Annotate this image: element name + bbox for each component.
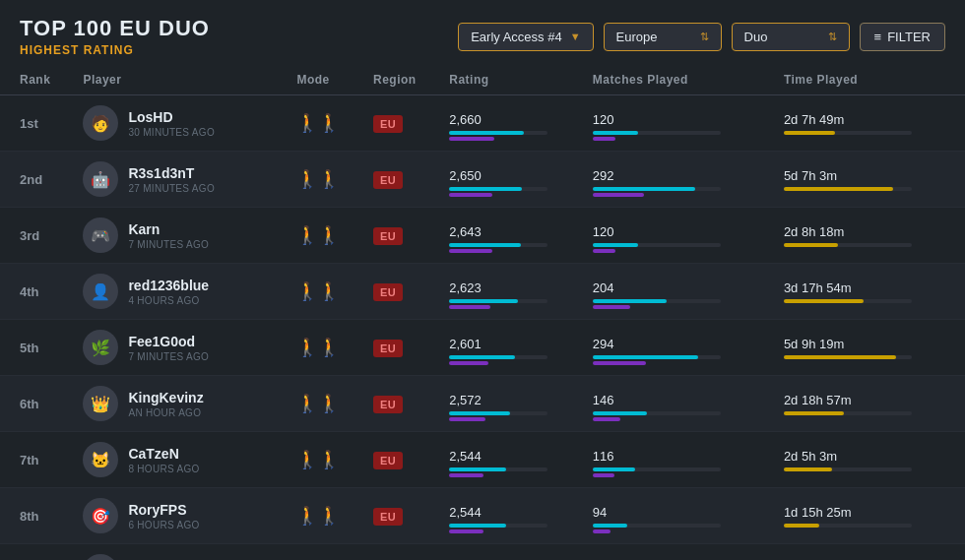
time-cell: 2d 7h 49m	[784, 112, 955, 135]
matches-cell: 292	[593, 168, 764, 191]
filter-button-label: FILTER	[887, 30, 931, 44]
cell-rating: 2,514	[439, 544, 583, 561]
cell-matches: 212	[583, 544, 774, 561]
cell-rating: 2,623	[439, 264, 583, 320]
rating-bar-cyan	[449, 131, 524, 135]
region-badge: EU	[373, 227, 403, 245]
table-row: 2nd 🤖 R3s1d3nT 27 MINUTES AGO 🚶🚶EU 2,650…	[0, 152, 965, 208]
duo-mode-icon: 🚶🚶	[296, 113, 340, 133]
player-cell: 🧑 LosHD 30 MINUTES AGO	[83, 105, 277, 141]
cell-rank: 6th	[0, 376, 73, 432]
duo-mode-icon: 🚶🚶	[296, 506, 340, 526]
region-badge: EU	[373, 396, 403, 413]
time-bar-yellow	[784, 299, 864, 303]
player-cell: 👑 KingKevinz AN HOUR AGO	[83, 386, 277, 421]
rank-value: 5th	[20, 341, 39, 355]
season-dropdown[interactable]: Early Access #4 ▼	[458, 23, 593, 51]
table-row: 6th 👑 KingKevinz AN HOUR AGO 🚶🚶EU 2,572 …	[0, 376, 965, 432]
region-badge: EU	[373, 115, 403, 133]
cell-rank: 1st	[0, 95, 73, 152]
matches-bar-purple	[593, 305, 630, 309]
cell-time-played: 2d 18h 57m	[774, 376, 965, 432]
col-mode: Mode	[287, 65, 363, 95]
mode-dropdown-arrow: ⇅	[828, 31, 837, 43]
cell-rank: 5th	[0, 320, 73, 376]
player-name: red1236blue	[128, 278, 209, 293]
rating-value: 2,643	[449, 224, 573, 239]
cell-region: EU	[363, 152, 439, 208]
season-dropdown-label: Early Access #4	[471, 30, 562, 44]
avatar: 🐱	[83, 442, 118, 477]
player-last-seen: 27 MINUTES AGO	[128, 183, 215, 194]
matches-value: 94	[593, 505, 764, 520]
cell-region: EU	[363, 544, 439, 561]
player-cell: 🎮 Karn 7 MINUTES AGO	[83, 218, 277, 253]
cell-mode: 🚶🚶	[287, 320, 363, 376]
cell-time-played: 1d 15h 25m	[774, 488, 965, 544]
rating-bar-purple	[449, 529, 483, 533]
cell-rank: 4th	[0, 264, 73, 320]
player-name: LosHD	[128, 109, 215, 125]
page-subtitle: HIGHEST RATING	[20, 43, 210, 57]
rating-bar-cyan	[449, 243, 521, 247]
cell-time-played: 5d 7h 3m	[774, 152, 965, 208]
cell-mode: 🚶🚶	[287, 152, 363, 208]
time-bar-track	[784, 243, 912, 247]
time-bar-track	[784, 187, 912, 191]
time-bar-yellow	[784, 243, 838, 247]
rating-cell: 2,643	[449, 224, 573, 247]
duo-mode-icon: 🚶🚶	[296, 394, 340, 413]
matches-bar-cyan	[593, 131, 638, 135]
region-badge: EU	[373, 171, 403, 189]
rank-value: 3rd	[20, 228, 39, 243]
region-dropdown[interactable]: Europe ⇅	[604, 23, 722, 51]
mode-dropdown[interactable]: Duo ⇅	[732, 23, 850, 51]
matches-bar-cyan	[593, 524, 627, 528]
time-bar-yellow	[784, 355, 896, 359]
matches-bar-track	[593, 243, 721, 247]
rating-value: 2,650	[449, 168, 573, 183]
rating-value: 2,544	[449, 449, 573, 464]
avatar: 🎮	[83, 218, 118, 253]
matches-cell: 94	[593, 505, 764, 528]
table-row: 8th 🎯 RoryFPS 6 HOURS AGO 🚶🚶EU 2,544 94 …	[0, 488, 965, 544]
duo-mode-icon: 🚶🚶	[296, 338, 340, 357]
rank-value: 4th	[20, 284, 39, 299]
time-played-value: 1d 15h 25m	[784, 505, 955, 520]
rating-cell: 2,544	[449, 449, 573, 471]
duo-mode-icon: 🚶🚶	[296, 169, 340, 189]
page-title: TOP 100 EU DUO	[20, 16, 210, 41]
player-info: R3s1d3nT 27 MINUTES AGO	[128, 165, 215, 194]
rating-bar-track	[449, 131, 547, 135]
cell-matches: 94	[583, 488, 774, 544]
rating-bar-cyan	[449, 467, 506, 471]
region-badge: EU	[373, 283, 403, 301]
time-bar-track	[784, 131, 912, 135]
filter-button[interactable]: ≡ FILTER	[860, 23, 945, 51]
matches-cell: 120	[593, 112, 764, 135]
rating-bar-cyan	[449, 524, 506, 528]
time-played-value: 5d 7h 3m	[784, 168, 955, 183]
matches-bar-purple	[593, 529, 611, 533]
matches-value: 292	[593, 168, 764, 183]
cell-mode: 🚶🚶	[287, 376, 363, 432]
rating-cell: 2,601	[449, 337, 573, 359]
cell-rank: 8th	[0, 488, 73, 544]
rank-value: 8th	[20, 509, 39, 524]
rating-bar-track	[449, 411, 547, 415]
cell-rating: 2,544	[439, 432, 583, 488]
player-last-seen: 30 MINUTES AGO	[128, 127, 215, 138]
rating-bar-purple	[449, 361, 488, 365]
cell-time-played: 3d 14h 29m	[774, 544, 965, 561]
time-bar-track	[784, 411, 912, 415]
player-name: Fee1G0od	[128, 334, 209, 349]
rank-value: 7th	[20, 453, 39, 467]
rank-value: 1st	[20, 116, 38, 131]
rating-value: 2,544	[449, 505, 573, 520]
player-cell: 👤 red1236blue 4 HOURS AGO	[83, 274, 277, 309]
time-bar-yellow	[784, 467, 832, 471]
matches-bar-track	[593, 355, 721, 359]
player-last-seen: 8 HOURS AGO	[128, 464, 199, 474]
rating-cell: 2,544	[449, 505, 573, 528]
duo-mode-icon: 🚶🚶	[296, 281, 340, 301]
